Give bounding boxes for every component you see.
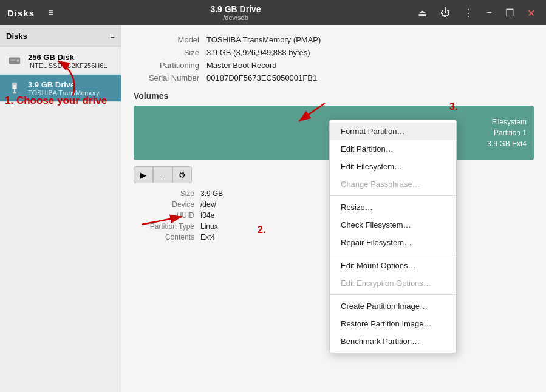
menu-item-change-passphrase: Change Passphrase… xyxy=(330,175,456,193)
svg-point-1 xyxy=(17,59,19,62)
disk2-name: 3.9 GB Drive xyxy=(28,80,100,89)
sidebar-item-disk1[interactable]: 256 GB Disk INTEL SSDSC2KF256H6L xyxy=(0,47,121,75)
hdd-icon xyxy=(6,52,23,69)
svg-rect-4 xyxy=(13,84,16,85)
content-area: Model TOSHIBA TransMemory (PMAP) Size 3.… xyxy=(121,25,546,392)
serial-value: 00187D0F5673EC5050001FB1 xyxy=(206,73,317,83)
play-button[interactable]: ▶ xyxy=(134,166,153,183)
part-size-value: 3.9 GB xyxy=(200,189,223,198)
gear-button[interactable]: ⚙ xyxy=(172,166,192,183)
disk1-name: 256 GB Disk xyxy=(28,53,107,62)
svg-rect-5 xyxy=(13,92,16,93)
titlebar-right: ⏏ ⏻ ⋮ − ❐ ✕ xyxy=(414,6,539,20)
usb-icon xyxy=(6,79,23,96)
part-type-label: Partition Type xyxy=(134,222,200,231)
menu-item-benchmark[interactable]: Benchmark Partition… xyxy=(330,333,456,350)
close-button[interactable]: ✕ xyxy=(524,6,539,20)
titlebar: Disks ≡ 3.9 GB Drive /dev/sdb ⏏ ⏻ ⋮ − ❐ … xyxy=(0,0,546,25)
context-menu: Format Partition…Edit Partition…Edit Fil… xyxy=(329,120,457,353)
sidebar-item-disk2[interactable]: 3.9 GB Drive TOSHIBA TransMemory xyxy=(0,75,121,102)
size-label: Size xyxy=(134,48,206,57)
part-contents-value: Ext4 xyxy=(200,233,215,242)
part-contents-label: Contents xyxy=(134,233,200,242)
partition-label-line2: Partition 1 xyxy=(494,129,527,137)
disk1-info: 256 GB Disk INTEL SSDSC2KF256H6L xyxy=(28,53,107,69)
menu-item-edit-filesystem[interactable]: Edit Filesystem… xyxy=(330,158,456,175)
sidebar-menu-icon[interactable]: ≡ xyxy=(110,32,115,41)
part-size-label: Size xyxy=(134,189,200,198)
partitioning-label: Partitioning xyxy=(134,61,206,70)
disk2-info: 3.9 GB Drive TOSHIBA TransMemory xyxy=(28,80,100,96)
partition-label: Filesystem Partition 1 3.9 GB Ext4 xyxy=(487,117,527,149)
size-row: Size 3.9 GB (3,926,949,888 bytes) xyxy=(134,48,534,57)
part-device-label: Device xyxy=(134,200,200,209)
titlebar-left: Disks ≡ xyxy=(7,6,57,19)
part-uuid-label: UUID xyxy=(134,211,200,220)
model-row: Model TOSHIBA TransMemory (PMAP) xyxy=(134,35,534,44)
app-title: Disks xyxy=(7,8,35,18)
sidebar: Disks ≡ 256 GB Disk INTEL SSDSC2KF256H6L xyxy=(0,25,121,392)
part-type-value: Linux xyxy=(200,222,218,231)
sidebar-header: Disks ≡ xyxy=(0,25,121,47)
disk1-sub: INTEL SSDSC2KF256H6L xyxy=(28,62,107,69)
menu-separator xyxy=(330,254,456,254)
eject-button[interactable]: ⏏ xyxy=(414,6,431,20)
partition-label-line1: Filesystem xyxy=(492,118,527,126)
menu-item-edit-encryption: Edit Encryption Options… xyxy=(330,274,456,292)
menu-item-restore-image[interactable]: Restore Partition Image… xyxy=(330,315,456,333)
menu-item-check-filesystem[interactable]: Check Filesystem… xyxy=(330,216,456,234)
svg-rect-2 xyxy=(10,59,16,61)
drive-subtitle: /dev/sdb xyxy=(223,14,248,21)
menu-item-resize[interactable]: Resize… xyxy=(330,198,456,216)
menu-item-format[interactable]: Format Partition… xyxy=(330,123,456,140)
disk2-sub: TOSHIBA TransMemory xyxy=(28,89,100,96)
power-button[interactable]: ⏻ xyxy=(437,6,454,19)
partitioning-value: Master Boot Record xyxy=(206,61,277,70)
partition-label-line3: 3.9 GB Ext4 xyxy=(487,140,527,148)
size-value: 3.9 GB (3,926,949,888 bytes) xyxy=(206,48,310,57)
menu-item-edit-mount[interactable]: Edit Mount Options… xyxy=(330,257,456,274)
menu-separator xyxy=(330,294,456,295)
minus-button[interactable]: − xyxy=(153,166,172,183)
menu-item-repair-filesystem[interactable]: Repair Filesystem… xyxy=(330,234,456,251)
drive-title: 3.9 GB Drive xyxy=(210,4,261,14)
part-device-value: /dev/ xyxy=(200,200,216,209)
more-button[interactable]: ⋮ xyxy=(460,6,477,20)
restore-button[interactable]: ❐ xyxy=(502,6,517,20)
volumes-title: Volumes xyxy=(134,91,534,101)
serial-row: Serial Number 00187D0F5673EC5050001FB1 xyxy=(134,73,534,83)
serial-label: Serial Number xyxy=(134,73,206,83)
partitioning-row: Partitioning Master Boot Record xyxy=(134,61,534,70)
model-label: Model xyxy=(134,35,206,44)
main-container: Disks ≡ 256 GB Disk INTEL SSDSC2KF256H6L xyxy=(0,25,546,392)
titlebar-center: 3.9 GB Drive /dev/sdb xyxy=(210,4,261,21)
part-uuid-value: f04e xyxy=(200,211,214,220)
model-value: TOSHIBA TransMemory (PMAP) xyxy=(206,35,321,44)
menu-button[interactable]: ≡ xyxy=(44,6,57,19)
minimize-button[interactable]: − xyxy=(483,6,496,19)
menu-separator xyxy=(330,195,456,196)
svg-rect-3 xyxy=(12,83,16,89)
menu-item-create-image[interactable]: Create Partition Image… xyxy=(330,297,456,315)
sidebar-title: Disks xyxy=(6,32,27,41)
menu-item-edit-partition[interactable]: Edit Partition… xyxy=(330,140,456,158)
